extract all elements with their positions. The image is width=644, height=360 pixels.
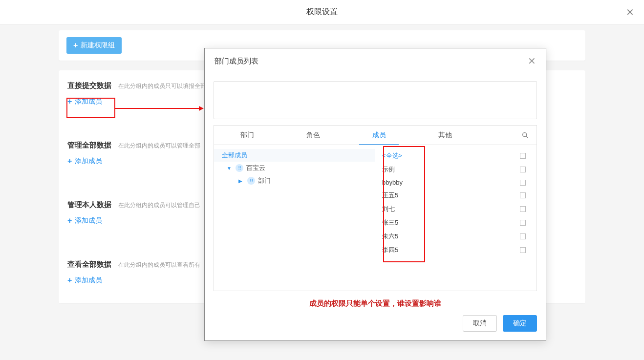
checkbox[interactable] (520, 153, 526, 159)
checkbox[interactable] (520, 192, 526, 198)
caret-down-icon: ▼ (227, 166, 233, 171)
group-title: 管理全部数据 (67, 141, 111, 150)
member-name: 李四5 (382, 246, 398, 254)
tab-dept[interactable]: 部门 (214, 126, 280, 145)
svg-point-0 (523, 132, 527, 136)
checkbox[interactable] (520, 206, 526, 212)
picker-tabs: 部门 角色 成员 其他 (214, 125, 537, 145)
add-member-label: 添加成员 (75, 276, 102, 285)
plus-icon: + (67, 98, 72, 106)
member-name: 朱六5 (382, 232, 398, 241)
tab-dept-label: 部门 (240, 131, 254, 140)
member-row[interactable]: 李四5 (375, 243, 537, 257)
add-member-label: 添加成员 (75, 97, 102, 106)
modal-header: 部门成员列表 ✕ (205, 48, 546, 74)
modal-body: 部门 角色 成员 其他 全部成员 ▼ ⠿ 百宝云 ▶ ⠿ (205, 74, 546, 308)
member-name: 示例 (382, 165, 395, 174)
confirm-label: 确定 (513, 319, 527, 327)
tree-root-label: 全部成员 (222, 151, 247, 160)
member-row[interactable]: 刘七 (375, 202, 537, 216)
plus-icon: + (67, 276, 72, 284)
tree-org[interactable]: ▼ ⠿ 百宝云 (214, 162, 375, 174)
tab-role[interactable]: 角色 (280, 126, 346, 145)
add-member-button[interactable]: +添加成员 (67, 216, 102, 225)
tree-root[interactable]: 全部成员 (214, 149, 375, 162)
tab-member-label: 成员 (372, 131, 386, 140)
member-name: bbybby (382, 179, 403, 186)
add-member-label: 添加成员 (75, 216, 102, 225)
page-title: 权限设置 (306, 7, 338, 17)
confirm-button[interactable]: 确定 (503, 315, 537, 332)
page-header: 权限设置 ✕ (0, 0, 644, 24)
tab-role-label: 角色 (306, 131, 320, 140)
member-name: 王五5 (382, 191, 398, 200)
group-title: 查看全部数据 (67, 260, 111, 269)
search-icon[interactable] (514, 126, 537, 145)
member-row[interactable]: 张三5 (375, 216, 537, 230)
checkbox[interactable] (520, 233, 526, 239)
tab-other[interactable]: 其他 (412, 126, 478, 145)
group-title: 直接提交数据 (67, 81, 111, 90)
tree-dept[interactable]: ▶ ⠿ 部门 (214, 174, 375, 187)
modal-title: 部门成员列表 (215, 57, 258, 66)
select-all-label: <全选> (382, 151, 402, 160)
member-name: 刘七 (382, 205, 395, 213)
dept-tree: 全部成员 ▼ ⠿ 百宝云 ▶ ⠿ 部门 (214, 145, 375, 291)
tree-dept-label: 部门 (258, 176, 271, 185)
new-permission-group-button[interactable]: + 新建权限组 (66, 37, 122, 54)
checkbox[interactable] (520, 247, 526, 253)
member-row[interactable]: bbybby (375, 176, 537, 189)
add-member-label: 添加成员 (75, 157, 102, 166)
caret-right-icon: ▶ (238, 178, 244, 184)
select-all-row[interactable]: <全选> (375, 149, 537, 163)
new-permission-group-label: 新建权限组 (81, 41, 115, 50)
selected-members-area[interactable] (214, 81, 537, 119)
add-member-button[interactable]: +添加成员 (67, 276, 102, 285)
member-row[interactable]: 朱六5 (375, 230, 537, 243)
picker-body: 全部成员 ▼ ⠿ 百宝云 ▶ ⠿ 部门 <全选> 示例bbybby王 (214, 145, 537, 291)
svg-line-1 (526, 136, 528, 138)
member-row[interactable]: 王五5 (375, 189, 537, 202)
group-desc: 在此分组内的成员可以查看所有 (118, 261, 200, 269)
annotation-note: 成员的权限只能单个设置，谁设置影响谁 (214, 299, 537, 308)
plus-icon: + (67, 217, 72, 225)
cancel-label: 取消 (473, 319, 487, 327)
member-list: <全选> 示例bbybby王五5刘七张三5朱六5李四5 (375, 145, 537, 291)
tab-member[interactable]: 成员 (346, 126, 412, 145)
plus-icon: + (73, 42, 78, 49)
dept-icon: ⠿ (247, 177, 255, 185)
group-desc: 在此分组内的成员可以管理自己 (118, 201, 200, 210)
group-desc: 在此分组内的成员只可以填报全部 (118, 82, 206, 90)
tab-other-label: 其他 (438, 131, 452, 140)
checkbox[interactable] (520, 167, 526, 172)
member-name: 张三5 (382, 218, 398, 227)
plus-icon: + (67, 157, 72, 165)
member-picker-modal: 部门成员列表 ✕ 部门 角色 成员 其他 全部成员 ▼ ⠿ 百宝云 (204, 48, 546, 341)
tree-org-label: 百宝云 (246, 164, 265, 172)
add-member-button[interactable]: +添加成员 (67, 157, 102, 166)
close-icon[interactable]: ✕ (626, 7, 634, 17)
checkbox[interactable] (520, 180, 526, 186)
group-title: 管理本人数据 (67, 200, 111, 210)
group-desc: 在此分组内的成员可以管理全部 (118, 142, 200, 150)
modal-footer: 取消 确定 (205, 308, 546, 340)
add-member-button[interactable]: +添加成员 (67, 97, 102, 106)
cancel-button[interactable]: 取消 (463, 315, 497, 332)
modal-close-icon[interactable]: ✕ (528, 56, 536, 66)
member-row[interactable]: 示例 (375, 163, 537, 176)
org-icon: ⠿ (236, 164, 243, 172)
checkbox[interactable] (520, 220, 526, 226)
